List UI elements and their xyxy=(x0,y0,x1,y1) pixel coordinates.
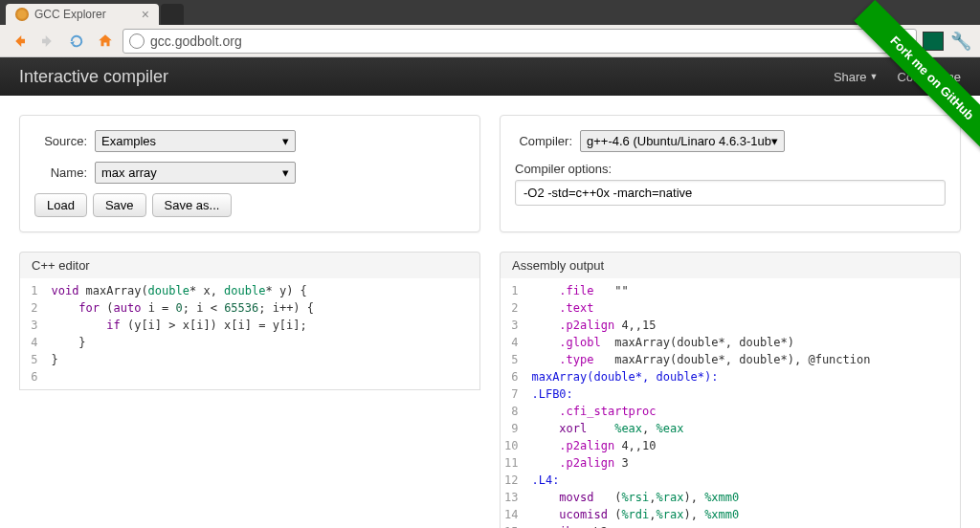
wrench-menu-icon[interactable]: 🔧 xyxy=(949,30,972,53)
caret-down-icon: ▼ xyxy=(870,72,879,81)
url-text: gcc.godbolt.org xyxy=(150,33,242,49)
source-label: Source: xyxy=(34,134,87,148)
home-button[interactable] xyxy=(94,30,117,53)
cpp-code-body[interactable]: 1 2 3 4 5 6 void maxArray(double* x, dou… xyxy=(19,278,480,390)
reload-button[interactable] xyxy=(65,30,88,53)
browser-chrome: GCC Explorer × gcc.godbolt.org ☆ 🔧 xyxy=(0,0,980,57)
tab-bar: GCC Explorer × xyxy=(0,0,980,25)
cpp-gutter: 1 2 3 4 5 6 xyxy=(20,278,43,389)
globe-icon xyxy=(129,33,145,49)
source-panel: Source: Examples▾ Name: max array▾ Load … xyxy=(19,115,480,232)
back-button[interactable] xyxy=(8,30,31,53)
extension-icon[interactable] xyxy=(923,32,944,51)
close-tab-icon[interactable]: × xyxy=(142,7,149,22)
asm-gutter: 1 2 3 4 5 6 7 8 9 10 11 12 13 14 15 16 1… xyxy=(501,278,523,528)
compiler-options-input[interactable] xyxy=(515,180,946,206)
favicon xyxy=(15,8,29,21)
name-select[interactable]: max array▾ xyxy=(95,162,296,184)
options-label: Compiler options: xyxy=(515,162,946,176)
share-dropdown[interactable]: Share▼ xyxy=(834,70,879,84)
source-select[interactable]: Examples▾ xyxy=(95,130,296,152)
compiler-select[interactable]: g++-4.6 (Ubuntu/Linaro 4.6.3-1ub▾ xyxy=(580,130,785,152)
new-tab-button[interactable] xyxy=(161,4,184,25)
chevron-down-icon: ▾ xyxy=(282,134,289,148)
browser-toolbar: gcc.godbolt.org ☆ 🔧 xyxy=(0,25,980,57)
chevron-down-icon: ▾ xyxy=(771,134,778,148)
compiler-label: Compiler: xyxy=(515,134,572,148)
asm-code-body: 1 2 3 4 5 6 7 8 9 10 11 12 13 14 15 16 1… xyxy=(500,278,961,528)
tab-title: GCC Explorer xyxy=(34,8,106,21)
app-navbar: Interactive compiler Share▼ Contact me xyxy=(0,57,980,96)
brand-title: Interactive compiler xyxy=(19,67,168,87)
saveas-button[interactable]: Save as... xyxy=(152,193,233,217)
asm-header: Assembly output xyxy=(500,252,961,278)
cpp-code[interactable]: void maxArray(double* x, double* y) { fo… xyxy=(43,278,322,389)
save-button[interactable]: Save xyxy=(93,193,146,217)
compiler-panel: Compiler: g++-4.6 (Ubuntu/Linaro 4.6.3-1… xyxy=(500,115,961,232)
cpp-editor-panel: C++ editor 1 2 3 4 5 6 void maxArray(dou… xyxy=(19,252,480,528)
cpp-header: C++ editor xyxy=(19,252,480,278)
url-bar[interactable]: gcc.godbolt.org ☆ xyxy=(122,29,917,54)
load-button[interactable]: Load xyxy=(34,193,87,217)
browser-tab[interactable]: GCC Explorer × xyxy=(6,4,159,25)
chevron-down-icon: ▾ xyxy=(282,165,289,180)
asm-code: .file "" .text .p2align 4,,15 .globl max… xyxy=(523,278,878,528)
asm-output-panel: Assembly output 1 2 3 4 5 6 7 8 9 10 11 … xyxy=(500,252,961,528)
name-label: Name: xyxy=(34,165,87,180)
forward-button[interactable] xyxy=(36,30,59,53)
